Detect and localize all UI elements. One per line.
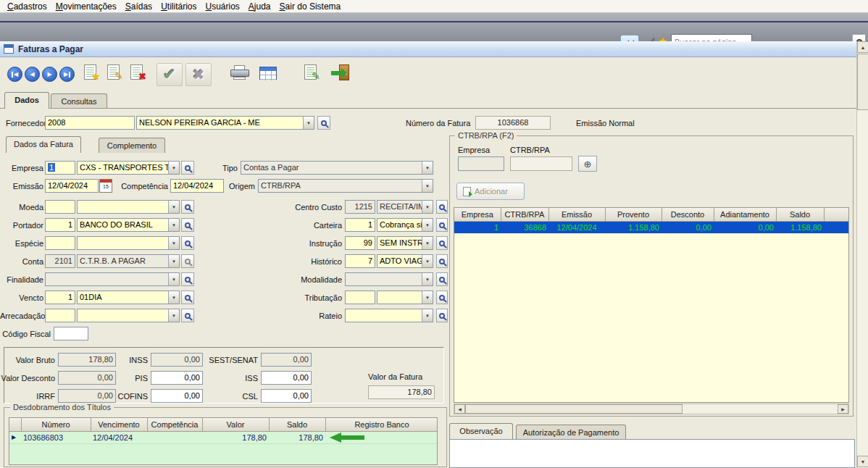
- valor-desconto-field[interactable]: 0,00: [58, 371, 116, 385]
- edit-button[interactable]: ✎: [107, 64, 120, 80]
- instrucao-combo[interactable]: SEM INSTRUÇÃO▼: [377, 236, 433, 250]
- dropdown-arrow-icon[interactable]: ▼: [168, 162, 179, 174]
- moeda-combo[interactable]: ▼: [77, 200, 180, 214]
- modalidade-combo[interactable]: ▼: [345, 272, 433, 286]
- dropdown-arrow-icon[interactable]: ▼: [168, 291, 179, 304]
- carteira-code-field[interactable]: 1: [345, 218, 375, 232]
- vertical-scrollbar[interactable]: ▲ ▼: [856, 41, 868, 468]
- centro-custo-code-field[interactable]: 1215: [345, 200, 375, 214]
- numero-fatura-field[interactable]: 1036868: [475, 116, 551, 130]
- tab-dados-da-fatura[interactable]: Dados da Fatura: [6, 136, 81, 153]
- tab-complemento[interactable]: Complemento: [99, 138, 165, 153]
- scroll-left-button[interactable]: ◀: [454, 404, 465, 414]
- moeda-search-button[interactable]: [181, 200, 194, 214]
- portador-search-button[interactable]: [181, 218, 194, 232]
- especie-combo[interactable]: ▼: [77, 236, 180, 250]
- finalidade-combo[interactable]: ▼: [45, 272, 180, 286]
- menu-saidas[interactable]: Saídas: [121, 1, 157, 12]
- tributacao-search-button[interactable]: [436, 291, 448, 304]
- irrf-field[interactable]: 0,00: [58, 389, 116, 403]
- dropdown-arrow-icon[interactable]: ▼: [168, 237, 179, 249]
- especie-search-button[interactable]: [181, 236, 194, 250]
- table-row-selected[interactable]: 1 36868 12/04/2024 1.158,80 0,00 0,00 1.…: [454, 221, 849, 233]
- tab-observacao[interactable]: Observação: [449, 423, 513, 439]
- empresa-combo[interactable]: CXS - TRANSPORTES TRANS▼: [77, 161, 180, 175]
- sest-senat-field[interactable]: 0,00: [261, 353, 312, 367]
- dropdown-arrow-icon[interactable]: ▼: [168, 219, 179, 231]
- print-button[interactable]: [230, 65, 249, 80]
- arrecadacao-code-field[interactable]: [45, 309, 75, 322]
- dropdown-arrow-icon[interactable]: ▼: [422, 291, 433, 304]
- conta-code-field[interactable]: 2101: [45, 254, 75, 268]
- confirm-button[interactable]: ✔: [157, 63, 183, 86]
- scrollbar-thumb[interactable]: [857, 54, 868, 110]
- dropdown-arrow-icon[interactable]: ▼: [422, 309, 433, 322]
- vencto-code-field[interactable]: 1: [45, 291, 75, 304]
- dropdown-arrow-icon[interactable]: ▼: [422, 201, 433, 213]
- especie-code-field[interactable]: [45, 236, 75, 250]
- vencto-combo[interactable]: 01DIA▼: [77, 291, 180, 304]
- competencia-field[interactable]: 12/04/2024: [170, 179, 224, 193]
- tab-consultas[interactable]: Consultas: [51, 93, 107, 109]
- modalidade-search-button[interactable]: [436, 272, 448, 286]
- valor-bruto-field[interactable]: 178,80: [58, 353, 116, 367]
- arrecadacao-combo[interactable]: ▼: [77, 309, 180, 322]
- tributacao-code-field[interactable]: [345, 291, 375, 304]
- grid-view-button[interactable]: [259, 67, 277, 80]
- conta-combo[interactable]: C.T.R.B. A PAGAR▼: [77, 254, 180, 268]
- scroll-up-button[interactable]: ▲: [857, 41, 868, 53]
- menu-sair-do-sistema[interactable]: Sair do Sistema: [275, 1, 346, 12]
- edit-memo-button[interactable]: ✎: [304, 64, 317, 80]
- instrucao-search-button[interactable]: [436, 236, 448, 250]
- dropdown-arrow-icon[interactable]: ▼: [422, 273, 433, 285]
- portador-code-field[interactable]: 1: [45, 218, 75, 232]
- dropdown-arrow-icon[interactable]: ▼: [168, 255, 179, 267]
- nav-first-button[interactable]: ◀: [7, 67, 22, 82]
- dropdown-arrow-icon[interactable]: ▼: [422, 180, 433, 192]
- historico-code-field[interactable]: 7: [345, 254, 375, 268]
- delete-button[interactable]: ✖: [130, 64, 143, 80]
- cancel-button[interactable]: ✖: [185, 63, 212, 86]
- inss-field[interactable]: 0,00: [151, 353, 203, 367]
- emissao-field[interactable]: 12/04/2024: [45, 179, 99, 193]
- portador-combo[interactable]: BANCO DO BRASIL▼: [77, 218, 180, 232]
- exit-button[interactable]: [339, 64, 349, 80]
- ctrb-horizontal-scrollbar[interactable]: ◀ ▶: [454, 404, 849, 414]
- fornecedor-search-button[interactable]: [317, 116, 330, 130]
- dropdown-arrow-icon[interactable]: ▼: [168, 309, 179, 322]
- centro-custo-combo[interactable]: RECEITA/IMPOSTOS▼: [377, 200, 433, 214]
- nav-next-button[interactable]: ▶: [42, 67, 57, 82]
- historico-combo[interactable]: ADTO VIAGEM▼: [377, 254, 433, 268]
- arrecadacao-search-button[interactable]: [181, 309, 194, 322]
- menu-utilitarios[interactable]: Utilitários: [157, 1, 201, 12]
- ctrb-zoom-button[interactable]: ⊕: [578, 156, 597, 172]
- finalidade-search-button[interactable]: [181, 272, 194, 286]
- codigo-fiscal-field[interactable]: [54, 327, 88, 340]
- nav-last-button[interactable]: ▶: [59, 67, 75, 82]
- tributacao-combo[interactable]: ▼: [377, 291, 433, 304]
- observacao-textarea[interactable]: [449, 439, 855, 468]
- menu-cadastros[interactable]: Cadastros: [3, 1, 51, 12]
- rateio-combo[interactable]: ▼: [345, 309, 433, 322]
- adicionar-button[interactable]: Adicionar: [456, 183, 525, 200]
- fornecedor-code-field[interactable]: 2008: [45, 116, 135, 130]
- menu-usuarios[interactable]: Usuários: [201, 1, 243, 12]
- instrucao-code-field[interactable]: 99: [345, 236, 375, 250]
- dropdown-arrow-icon[interactable]: ▼: [303, 117, 314, 129]
- origem-combo[interactable]: CTRB/RPA▼: [258, 179, 433, 193]
- dropdown-arrow-icon[interactable]: ▼: [422, 237, 433, 249]
- tab-dados[interactable]: Dados: [4, 92, 49, 109]
- rateio-search-button[interactable]: [436, 309, 448, 322]
- dropdown-arrow-icon[interactable]: ▼: [422, 255, 433, 267]
- conta-search-button[interactable]: [181, 254, 194, 268]
- fornecedor-combo[interactable]: NELSON PEREIRA GARCIA - ME ▼: [136, 116, 314, 130]
- tipo-combo[interactable]: Contas a Pagar▼: [241, 161, 433, 175]
- nav-prev-button[interactable]: ◀: [25, 67, 40, 82]
- ctrb-empresa-field[interactable]: [458, 156, 504, 171]
- dropdown-arrow-icon[interactable]: ▼: [422, 162, 433, 174]
- carteira-combo[interactable]: Cobrança simples-D▼: [377, 218, 433, 232]
- pis-field[interactable]: 0,00: [151, 371, 203, 385]
- empresa-code-field[interactable]: 1: [45, 161, 75, 175]
- dropdown-arrow-icon[interactable]: ▼: [168, 273, 179, 285]
- scrollbar-thumb[interactable]: [465, 404, 683, 414]
